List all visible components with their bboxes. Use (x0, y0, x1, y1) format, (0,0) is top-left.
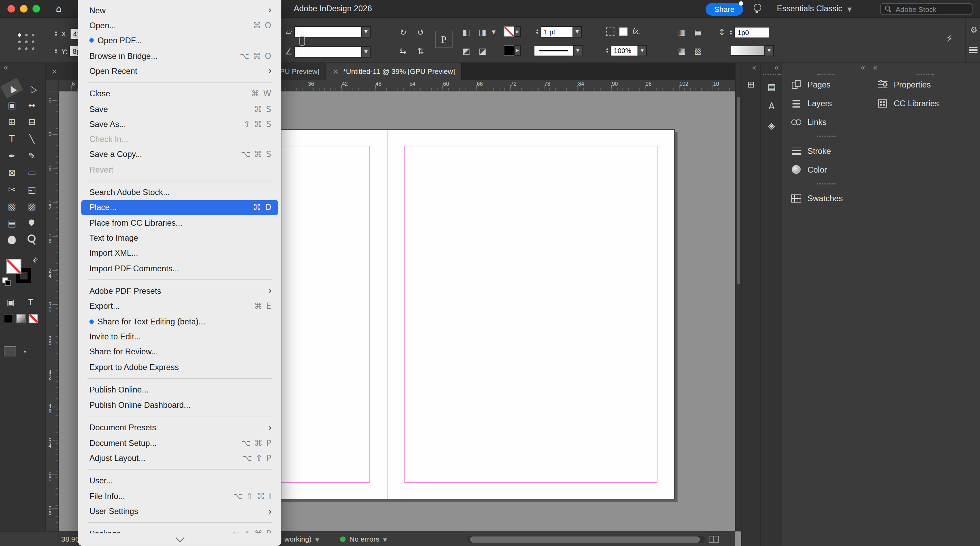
menu-item[interactable]: Check In... (81, 132, 278, 147)
dashed-frame-icon[interactable] (606, 27, 614, 35)
screen-mode-button[interactable] (4, 347, 16, 357)
stepper-icon[interactable]: ▲▼ (727, 27, 734, 38)
page-tool[interactable]: ▣ (2, 98, 21, 111)
menu-scroll-more[interactable] (78, 533, 282, 546)
formatting-affects-container-button[interactable]: ▣ (4, 296, 18, 309)
gear-icon[interactable]: ⚙ (968, 24, 979, 37)
gradient-swatch-tool[interactable]: ▧ (2, 199, 21, 213)
chevron-down-icon[interactable]: ▼ (573, 26, 582, 37)
document-tab[interactable]: × *Untitled-11 @ 39% [GPU Preview] (326, 63, 462, 80)
default-fill-stroke-icon[interactable] (2, 278, 10, 285)
text-wrap-none-icon[interactable]: ▥ (676, 26, 687, 39)
menu-item[interactable]: Open PDF... (81, 33, 278, 48)
align-right-icon[interactable]: ◨ (477, 26, 488, 39)
menu-item[interactable]: Import XML... (81, 245, 278, 261)
discover-lightbulb-icon[interactable] (753, 4, 760, 14)
menu-item[interactable]: Invite to Edit... (81, 329, 278, 344)
align-left-icon[interactable]: ◧ (461, 26, 472, 39)
far-dock-header[interactable]: « (869, 63, 980, 73)
chevron-down-icon[interactable]: ▼ (488, 26, 499, 39)
ruler-origin-box[interactable] (45, 80, 59, 91)
menu-item[interactable]: Place... ⌘ D (81, 200, 278, 215)
eyedropper-tool[interactable] (22, 216, 41, 230)
preflight-status-menu[interactable]: No errors▼ (350, 532, 387, 546)
stepper-icon[interactable]: ▲▼ (534, 26, 541, 37)
menu-item[interactable]: Adobe PDF Presets › (81, 283, 278, 299)
minimize-window-button[interactable] (20, 5, 27, 13)
column-a-header[interactable]: « (742, 63, 760, 73)
home-icon[interactable]: ⌂ (52, 2, 65, 15)
fill-swatch-none[interactable] (504, 26, 514, 37)
menu-item[interactable]: Revert (81, 162, 278, 177)
selection-tool[interactable]: ▲ (0, 78, 24, 99)
stroke-weight-combo[interactable]: ▲▼ 1 pt ▼ (534, 26, 582, 37)
panel-cc-libraries[interactable]: CC Libraries (869, 94, 980, 113)
menu-item[interactable]: Publish Online Dashboard... (81, 397, 278, 412)
content-collector-tool[interactable]: ⊞ (2, 115, 21, 129)
menu-item[interactable]: Adjust Layout... ⌥ ⇧ P (81, 450, 278, 466)
facing-pages-icon[interactable]: ⊞ (743, 78, 759, 91)
menu-item[interactable]: Save a Copy... ⌥ ⌘ S (81, 147, 278, 162)
corner-radius-combo[interactable]: ↕ ▲▼ 1p0 (716, 26, 769, 39)
reference-point-proxy[interactable] (17, 33, 36, 51)
panel-color[interactable]: Color (783, 160, 869, 179)
pen-tool[interactable]: ✒ (2, 149, 21, 162)
menu-item[interactable]: Text to Image (81, 231, 278, 246)
vertical-scrollbar-thumb[interactable] (737, 97, 740, 285)
effects-button[interactable]: fx. (633, 27, 640, 36)
horizontal-scrollbar[interactable] (468, 536, 705, 543)
panel-group-handle[interactable] (783, 179, 869, 189)
fit-frame-icon[interactable]: ▧ (692, 45, 704, 57)
pencil-tool[interactable]: ✎ (22, 149, 41, 162)
stepper-icon[interactable]: ▲▼ (604, 45, 611, 56)
chevron-down-icon[interactable]: ▼ (574, 45, 582, 56)
swap-fill-stroke-icon[interactable]: ⇄ (31, 256, 40, 264)
formatting-affects-text-button[interactable]: T (24, 296, 37, 309)
panel-swatches[interactable]: Swatches (783, 189, 869, 208)
menu-item[interactable]: Browse in Bridge... ⌥ ⌘ O (81, 48, 278, 63)
menu-item[interactable]: Save As... ⇧ ⌘ S (81, 116, 278, 132)
vertical-scrollbar[interactable] (735, 63, 741, 532)
library-panel-icon[interactable]: ▤ (764, 80, 779, 94)
free-transform-tool[interactable]: ◱ (22, 183, 41, 196)
gpu-performance-icon[interactable]: ⚡ (943, 33, 955, 45)
rectangle-frame-tool[interactable]: ⊠ (2, 166, 21, 179)
tools-panel-header[interactable]: « (0, 63, 45, 73)
collapse-panel-icon[interactable]: « (873, 63, 877, 72)
gradient-feather-tool[interactable]: ▨ (22, 199, 41, 213)
panel-links[interactable]: Links (783, 113, 869, 131)
close-window-button[interactable] (8, 5, 15, 13)
flip-vertical-icon[interactable]: ⇅ (415, 45, 426, 57)
menu-item[interactable]: Close ⌘ W (81, 86, 278, 102)
menu-item[interactable]: Export... ⌘ E (81, 299, 278, 314)
panel-menu-icon[interactable] (969, 47, 978, 53)
menu-item[interactable]: Place from CC Libraries... (81, 215, 278, 231)
stroke-type-select[interactable]: ▼ (534, 45, 582, 56)
collapse-panel-icon[interactable]: « (752, 63, 756, 72)
chevron-down-icon[interactable]: ▼ (362, 26, 371, 37)
flip-horizontal-icon[interactable]: ⇆ (398, 45, 409, 57)
panel-stroke[interactable]: Stroke (783, 141, 869, 160)
share-button[interactable]: Share (706, 3, 743, 16)
apply-none-button[interactable] (29, 314, 38, 323)
apply-gradient-button[interactable] (16, 314, 26, 323)
screen-mode-dropdown-icon[interactable]: ▾ (24, 349, 26, 354)
menu-item[interactable]: Open... ⌘ O (81, 18, 278, 33)
menu-item[interactable]: Document Setup... ⌥ ⌘ P (81, 435, 278, 451)
fit-content-icon[interactable]: ▦ (676, 45, 687, 57)
hand-tool[interactable] (2, 233, 21, 247)
rotate-ccw-icon[interactable]: ↺ (415, 26, 426, 39)
chevron-down-icon[interactable]: ▼ (765, 45, 774, 56)
gap-tool[interactable]: ↔ (22, 98, 41, 111)
menu-item[interactable]: Share for Text Editing (beta)... (81, 314, 278, 329)
menu-item[interactable]: New › (81, 2, 278, 18)
menu-item[interactable]: Export to Adobe Express (81, 360, 278, 375)
collapse-panel-icon[interactable]: « (4, 63, 8, 72)
panel-layers[interactable]: Layers (783, 94, 869, 113)
menu-item[interactable]: Publish Online... (81, 382, 278, 398)
menu-item[interactable]: Search Adobe Stock... (81, 185, 278, 200)
distribute-top-icon[interactable]: ◩ (461, 45, 472, 57)
rotate-cw-icon[interactable]: ↻ (398, 26, 409, 39)
apply-color-button[interactable] (4, 314, 13, 323)
dock-header[interactable]: « (783, 63, 869, 73)
